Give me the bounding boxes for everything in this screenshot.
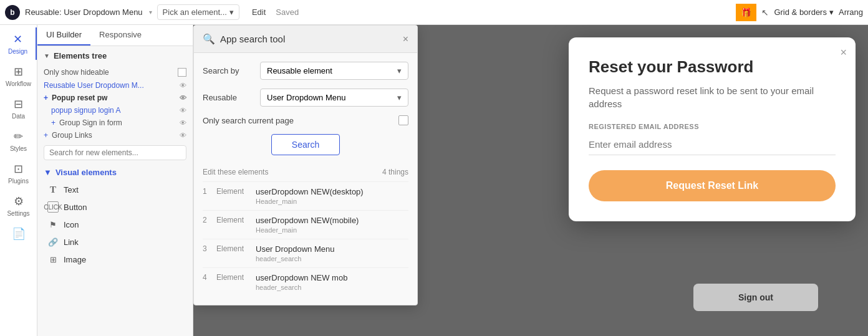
image-element-label: Image	[64, 255, 86, 264]
pick-element-dropdown[interactable]: Pick an element... ▾	[157, 4, 239, 20]
sidebar-label-design: Design	[8, 48, 27, 55]
results-count: 4 things	[382, 168, 408, 176]
reusable-dropdown[interactable]: User Dropdown Menu ▾	[260, 89, 408, 107]
element-search-area	[37, 142, 193, 164]
panel-item-group-links[interactable]: + Group Links 👁	[37, 129, 193, 142]
edit-mode-btn[interactable]: Edit	[252, 7, 266, 17]
plus-icon-group-signin: +	[51, 118, 55, 127]
result-page-3: header_search	[256, 255, 334, 262]
result-name-1: userDropdown NEW(desktop)	[256, 187, 364, 196]
docs-icon: 📄	[12, 227, 26, 241]
search-icon: 🔍	[203, 33, 215, 45]
element-button[interactable]: CLICK Button	[37, 198, 193, 216]
button-element-label: Button	[64, 203, 87, 212]
sidebar-item-settings[interactable]: ⚙ Settings	[0, 190, 37, 222]
email-input[interactable]	[589, 134, 836, 155]
image-element-icon: ⊞	[47, 254, 59, 265]
arrange-btn[interactable]: Arrang	[839, 7, 863, 17]
tab-responsive[interactable]: Responsive	[90, 25, 150, 46]
popup-reset-label: Popup reset pw	[52, 94, 107, 102]
link-element-label: Link	[64, 238, 79, 247]
title-chevron-icon[interactable]: ▾	[149, 9, 152, 16]
reset-modal-close-btn[interactable]: ×	[840, 46, 847, 59]
element-text[interactable]: T Text	[37, 181, 193, 198]
link-element-icon: 🔗	[47, 236, 59, 247]
search-by-value: Reusable element	[267, 66, 332, 75]
result-item-4[interactable]: 4 Element userDropdown NEW mob header_se…	[203, 267, 408, 296]
gift-icon[interactable]: 🎁	[736, 4, 756, 21]
search-by-chevron-icon: ▾	[397, 66, 402, 75]
sidebar-item-plugins[interactable]: ⊡ Plugins	[0, 157, 37, 190]
result-item-1[interactable]: 1 Element userDropdown NEW(desktop) Head…	[203, 181, 408, 210]
text-element-label: Text	[64, 185, 79, 194]
sign-out-btn[interactable]: Sign out	[693, 284, 818, 311]
project-title: Reusable: User Dropdown Menu	[25, 7, 143, 17]
design-icon: ✕	[13, 32, 22, 46]
sidebar-label-settings: Settings	[7, 210, 29, 217]
plus-icon-popup-reset: +	[44, 94, 48, 102]
result-num-2: 2	[203, 216, 211, 224]
search-button[interactable]: Search	[271, 134, 340, 155]
eye-icon-popup-signup[interactable]: 👁	[180, 107, 186, 114]
eye-icon-group-links[interactable]: 👁	[180, 132, 186, 139]
only-current-page-checkbox[interactable]	[398, 115, 408, 125]
styles-icon: ✏	[14, 130, 23, 143]
workflow-icon: ⊞	[14, 65, 23, 79]
edit-these-label: Edit these elements	[203, 168, 268, 176]
result-type-4: Element	[216, 273, 251, 282]
result-type-2: Element	[216, 216, 251, 224]
reusable-dropdown-label: Reusable User Dropdown M...	[44, 81, 144, 90]
icon-element-icon: ⚑	[47, 219, 59, 230]
element-icon[interactable]: ⚑ Icon	[37, 216, 193, 233]
grid-chevron-icon: ▾	[829, 7, 834, 17]
only-current-page-row: Only search current page	[203, 115, 408, 125]
search-tool-title: App search tool	[220, 34, 285, 44]
eye-icon-group-signin[interactable]: 👁	[180, 119, 186, 127]
result-item-3[interactable]: 3 Element User Dropdown Menu header_sear…	[203, 239, 408, 267]
only-show-hideable-label: Only show hideable	[44, 68, 109, 77]
panel-item-popup-reset[interactable]: + Popup reset pw 👁	[37, 92, 193, 104]
result-page-4: header_search	[256, 284, 347, 291]
email-field-label: REGISTERED EMAIL ADDRESS	[589, 123, 836, 130]
canvas-area: 🔍 App search tool × Search by Reusable e…	[193, 25, 868, 336]
elements-tree-arrow-icon: ▼	[44, 52, 50, 59]
only-current-page-label: Only search current page	[203, 116, 294, 125]
tab-ui-builder[interactable]: UI Builder	[37, 25, 90, 46]
search-by-label: Search by	[203, 66, 253, 75]
results-header: Edit these elements 4 things	[203, 164, 408, 181]
sidebar-item-data[interactable]: ⊟ Data	[0, 92, 37, 125]
elements-tree-header: ▼ Elements tree	[37, 46, 193, 65]
sidebar-label-data: Data	[12, 113, 25, 120]
search-tool-modal: 🔍 App search tool × Search by Reusable e…	[193, 25, 418, 305]
panel-item-popup-signup[interactable]: popup signup login A 👁	[37, 104, 193, 117]
result-name-4: userDropdown NEW mob	[256, 273, 347, 282]
sidebar-item-design[interactable]: ✕ Design	[0, 27, 37, 60]
popup-signup-label: popup signup login A	[51, 106, 120, 115]
visual-elements-arrow-icon: ▼	[44, 168, 52, 177]
eye-icon-popup-reset[interactable]: 👁	[180, 94, 186, 102]
search-by-dropdown[interactable]: Reusable element ▾	[260, 62, 408, 80]
button-element-icon: CLICK	[47, 201, 59, 213]
sidebar-item-workflow[interactable]: ⊞ Workflow	[0, 60, 37, 92]
element-search-input[interactable]	[44, 145, 186, 160]
eye-icon-reusable[interactable]: 👁	[180, 82, 186, 89]
element-image[interactable]: ⊞ Image	[37, 251, 193, 268]
visual-elements-label: Visual elements	[55, 168, 117, 177]
element-link[interactable]: 🔗 Link	[37, 233, 193, 251]
result-type-1: Element	[216, 187, 251, 196]
sidebar-item-styles[interactable]: ✏ Styles	[0, 125, 37, 157]
only-show-hideable-checkbox[interactable]	[178, 68, 186, 77]
grid-borders-dropdown[interactable]: Grid & borders ▾	[774, 7, 834, 17]
group-signin-label: Group Sign in form	[59, 118, 122, 127]
top-bar: b Reusable: User Dropdown Menu ▾ Pick an…	[0, 0, 868, 25]
panel-tabs: UI Builder Responsive	[37, 25, 193, 46]
only-show-hideable-row[interactable]: Only show hideable	[37, 65, 193, 79]
search-tool-close-btn[interactable]: ×	[403, 34, 408, 45]
panel-item-reusable-dropdown[interactable]: Reusable User Dropdown M... 👁	[37, 79, 193, 92]
request-reset-link-btn[interactable]: Request Reset Link	[589, 170, 836, 201]
logo: b	[5, 5, 20, 20]
cursor-tool-icon[interactable]: ↖	[761, 7, 769, 17]
sidebar-item-docs[interactable]: 📄	[0, 222, 37, 246]
result-item-2[interactable]: 2 Element userDropdown NEW(mobile) Heade…	[203, 210, 408, 239]
panel-item-group-signin[interactable]: + Group Sign in form 👁	[37, 117, 193, 129]
